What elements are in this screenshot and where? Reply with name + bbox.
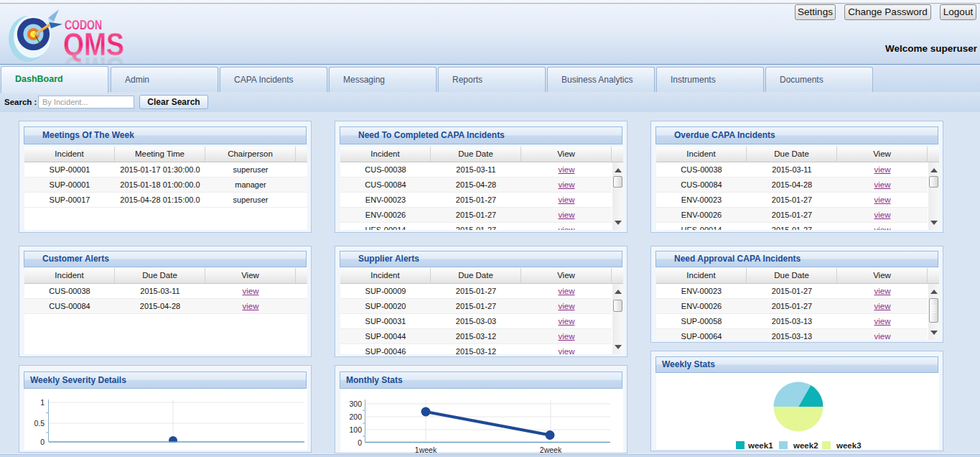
svg-text:week3: week3 [836,441,862,449]
svg-text:300: 300 [349,400,362,408]
svg-text:100: 100 [349,425,362,434]
svg-text:1: 1 [40,398,45,407]
svg-text:0: 0 [40,438,45,446]
svg-text:2week: 2week [540,446,562,453]
svg-text:0.5: 0.5 [34,419,45,428]
svg-text:0: 0 [358,438,362,447]
svg-text:200: 200 [349,412,362,421]
svg-text:1week: 1week [415,446,437,453]
svg-text:week1: week1 [747,441,773,449]
svg-text:week2: week2 [793,441,818,449]
